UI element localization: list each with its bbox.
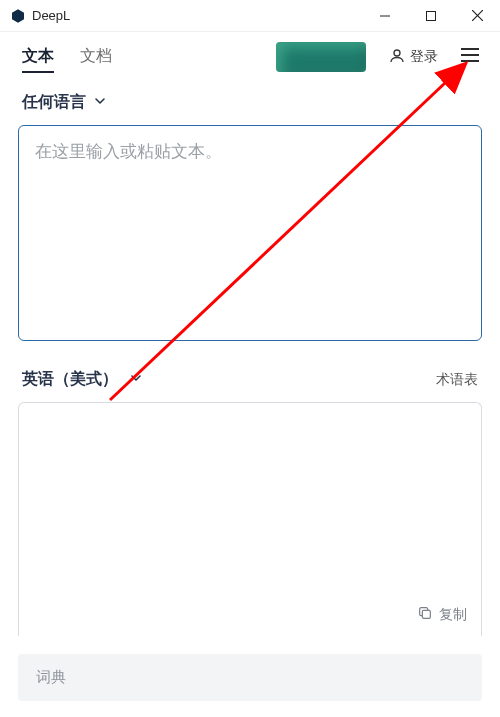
svg-marker-0: [12, 9, 24, 22]
chevron-down-icon: [92, 93, 108, 113]
login-button[interactable]: 登录: [388, 47, 438, 68]
dictionary-section[interactable]: 词典: [18, 654, 482, 701]
mode-tabs: 文本 文档: [22, 42, 112, 73]
target-language-label: 英语（美式）: [22, 369, 118, 390]
app-title: DeepL: [32, 8, 362, 23]
window-close-button[interactable]: [454, 0, 500, 32]
copy-icon: [417, 605, 433, 624]
tab-document[interactable]: 文档: [80, 42, 112, 73]
svg-rect-9: [422, 610, 430, 618]
copy-button[interactable]: 复制: [417, 605, 467, 624]
source-language-label: 任何语言: [22, 92, 86, 113]
chevron-down-icon: [128, 370, 144, 390]
svg-point-5: [394, 50, 400, 56]
target-language-row: 英语（美式） 术语表: [0, 341, 500, 398]
login-label: 登录: [410, 48, 438, 66]
glossary-button[interactable]: 术语表: [436, 371, 478, 389]
user-icon: [388, 47, 406, 68]
window-titlebar: DeepL: [0, 0, 500, 32]
source-placeholder: 在这里输入或粘贴文本。: [35, 142, 222, 161]
target-language-selector[interactable]: 英语（美式）: [22, 369, 144, 390]
dictionary-label: 词典: [36, 668, 66, 685]
svg-rect-2: [427, 11, 436, 20]
source-language-selector[interactable]: 任何语言: [0, 82, 500, 119]
hamburger-icon: [460, 47, 480, 67]
promo-badge[interactable]: [276, 42, 366, 72]
window-maximize-button[interactable]: [408, 0, 454, 32]
menu-button[interactable]: [456, 43, 484, 71]
window-controls: [362, 0, 500, 32]
app-logo-icon: [10, 8, 26, 24]
target-text-output: 复制: [18, 402, 482, 636]
source-text-input[interactable]: 在这里输入或粘贴文本。: [18, 125, 482, 341]
tab-text[interactable]: 文本: [22, 42, 54, 73]
window-minimize-button[interactable]: [362, 0, 408, 32]
top-bar: 文本 文档 登录: [0, 32, 500, 82]
copy-label: 复制: [439, 606, 467, 624]
